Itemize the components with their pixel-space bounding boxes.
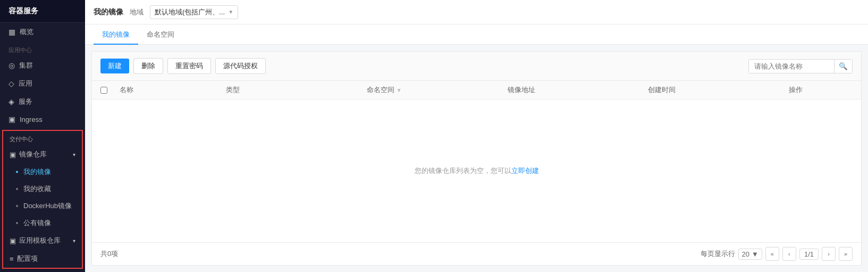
- last-page-button[interactable]: »: [839, 247, 853, 261]
- search-box: 🔍: [748, 59, 853, 73]
- per-page-label: 每页显示行: [701, 249, 735, 259]
- next-page-button[interactable]: ›: [822, 247, 836, 261]
- chevron-down-icon: ▾: [73, 152, 75, 158]
- header-actions: 操作: [789, 85, 853, 95]
- grid-icon: ▦: [9, 28, 15, 36]
- sidebar-item-my-images[interactable]: 我的镜像: [3, 163, 82, 180]
- first-page-button[interactable]: «: [765, 247, 779, 261]
- sidebar-item-my-favorites[interactable]: 我的收藏: [3, 180, 82, 197]
- sidebar-group-image-repo[interactable]: ▣ 镜像仓库 ▾: [3, 145, 82, 163]
- inactive-dot: [16, 188, 18, 190]
- inactive-dot: [16, 205, 18, 207]
- content-area: 新建 删除 重置密码 源代码授权 🔍 名称 类型 命名空间: [91, 51, 862, 266]
- empty-state-text: 您的镜像仓库列表为空，您可以立即创建: [415, 166, 539, 176]
- topbar: 我的镜像 地域 默认地域(包括广州、... ▼: [85, 0, 868, 24]
- create-link[interactable]: 立即创建: [511, 167, 539, 175]
- header-checkbox: [100, 85, 120, 95]
- search-input[interactable]: [749, 60, 834, 73]
- sidebar-item-dockerhub[interactable]: DockerHub镜像: [3, 197, 82, 215]
- region-selector[interactable]: 默认地域(包括广州、... ▼: [150, 5, 238, 19]
- region-value: 默认地域(包括广州、...: [155, 7, 225, 17]
- dropdown-arrow-icon: ▼: [228, 9, 233, 15]
- service-icon: ◈: [9, 97, 14, 106]
- delivery-center-section: 交付中心 ▣ 镜像仓库 ▾ 我的镜像 我的收藏 DockerHub镜像 公有镜像…: [2, 130, 83, 269]
- table-body-empty: 您的镜像仓库列表为空，您可以立即创建: [92, 100, 861, 242]
- inactive-dot: [16, 222, 18, 224]
- sidebar-item-overview[interactable]: ▦ 概览: [0, 23, 85, 41]
- sidebar-section-app-center: 应用中心: [0, 41, 85, 56]
- sidebar: 容器服务 ▦ 概览 应用中心 ◎ 集群 ◇ 应用 ◈ 服务 ▣ Ingress …: [0, 0, 85, 272]
- active-dot: [16, 171, 18, 173]
- page-size-selector[interactable]: 20 ▼: [738, 249, 762, 260]
- search-icon: 🔍: [839, 62, 848, 70]
- new-button[interactable]: 新建: [100, 59, 129, 73]
- table-toolbar: 新建 删除 重置密码 源代码授权 🔍: [92, 52, 861, 81]
- region-label: 地域: [130, 7, 144, 17]
- sidebar-group-app-template[interactable]: ▣ 应用模板仓库 ▾: [3, 232, 82, 250]
- tab-namespace[interactable]: 命名空间: [138, 26, 183, 45]
- header-address: 镜像地址: [508, 85, 648, 95]
- image-repo-icon: ▣: [10, 151, 16, 159]
- page-title: 我的镜像: [94, 7, 123, 17]
- tab-my-images[interactable]: 我的镜像: [94, 26, 138, 45]
- total-count: 共0项: [100, 249, 701, 259]
- config-icon: ≡: [10, 255, 14, 263]
- page-info: 1/1: [799, 249, 819, 260]
- sidebar-item-public-images[interactable]: 公有镜像: [3, 215, 82, 232]
- select-all-checkbox[interactable]: [100, 87, 107, 94]
- header-namespace[interactable]: 命名空间 ▼: [367, 85, 508, 95]
- tabs-bar: 我的镜像 命名空间: [85, 24, 868, 45]
- search-button[interactable]: 🔍: [834, 60, 852, 73]
- prev-page-button[interactable]: ‹: [782, 247, 796, 261]
- sidebar-item-cluster[interactable]: ◎ 集群: [0, 56, 85, 75]
- header-created-time: 创建时间: [648, 85, 789, 95]
- source-auth-button[interactable]: 源代码授权: [215, 58, 266, 74]
- table-footer: 共0项 每页显示行 20 ▼ « ‹ 1/1 ›: [92, 242, 861, 265]
- sort-icon: ▼: [397, 87, 402, 93]
- app-template-icon: ▣: [10, 237, 16, 245]
- sidebar-item-service[interactable]: ◈ 服务: [0, 93, 85, 111]
- header-type: 类型: [226, 85, 367, 95]
- page-size-value: 20: [742, 250, 749, 258]
- delivery-center-label: 交付中心: [3, 131, 82, 145]
- sidebar-item-ingress[interactable]: ▣ Ingress: [0, 111, 85, 128]
- delete-button[interactable]: 删除: [133, 58, 163, 74]
- ingress-icon: ▣: [9, 115, 15, 123]
- app-icon: ◇: [9, 79, 14, 88]
- sidebar-item-config[interactable]: ≡ 配置项: [3, 250, 82, 268]
- chevron-down-icon2: ▾: [73, 238, 75, 244]
- header-name: 名称: [120, 85, 226, 95]
- sidebar-item-app[interactable]: ◇ 应用: [0, 75, 85, 93]
- app-logo: 容器服务: [0, 0, 85, 23]
- main-content: 我的镜像 地域 默认地域(包括广州、... ▼ 我的镜像 命名空间 新建 删除 …: [85, 0, 868, 272]
- cluster-icon: ◎: [9, 61, 15, 70]
- table-header: 名称 类型 命名空间 ▼ 镜像地址 创建时间 操作: [92, 81, 861, 100]
- page-size-arrow-icon: ▼: [752, 250, 759, 258]
- reset-password-button[interactable]: 重置密码: [167, 58, 211, 74]
- pagination: 每页显示行 20 ▼ « ‹ 1/1 › »: [701, 247, 853, 261]
